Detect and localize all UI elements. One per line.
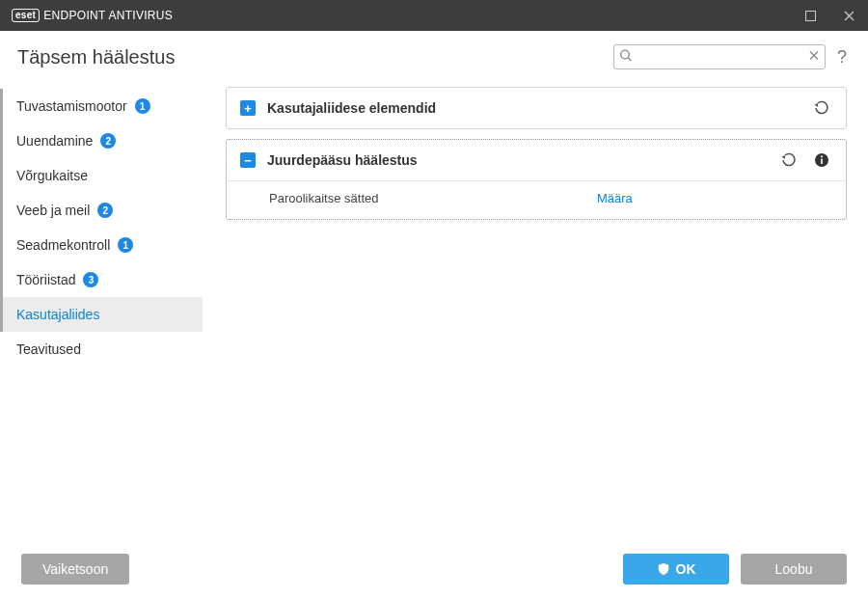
svg-point-1 [621, 50, 630, 59]
svg-rect-0 [805, 11, 815, 20]
sidebar-item-label: Tööriistad [16, 272, 75, 287]
reset-button[interactable] [778, 150, 800, 171]
panel-ui-elements: + Kasutajaliidese elemendid [226, 87, 847, 129]
search-wrap [613, 44, 826, 69]
header: Täpsem häälestus ? [0, 31, 868, 83]
square-icon [805, 11, 816, 21]
ok-button[interactable]: OK [623, 554, 729, 584]
info-icon [814, 152, 829, 168]
body: Tuvastamismootor 1 Uuendamine 2 Võrgukai… [0, 83, 868, 542]
info-button[interactable] [811, 150, 832, 171]
setting-label: Paroolikaitse sätted [269, 191, 597, 205]
sidebar-item-detection-engine[interactable]: Tuvastamismootor 1 [0, 89, 203, 123]
brand: eset ENDPOINT ANTIVIRUS [12, 9, 173, 22]
undo-icon [781, 152, 797, 168]
setting-row-password-protection: Paroolikaitse sätted Määra [269, 191, 832, 205]
svg-rect-3 [821, 159, 823, 165]
panel-body: Paroolikaitse sätted Määra [227, 180, 846, 219]
x-icon [808, 50, 820, 62]
sidebar-item-label: Teavitused [16, 341, 81, 357]
window-controls [791, 0, 868, 31]
sidebar-item-device-control[interactable]: Seadmekontroll 1 [0, 228, 203, 262]
sidebar-item-label: Veeb ja meil [16, 203, 90, 218]
product-name: ENDPOINT ANTIVIRUS [43, 9, 173, 22]
close-icon [844, 11, 854, 21]
footer: Vaiketsoon OK Loobu [0, 542, 868, 596]
badge: 1 [118, 237, 133, 253]
sidebar-item-web-email[interactable]: Veeb ja meil 2 [0, 193, 203, 228]
sidebar-item-label: Tuvastamismootor [16, 98, 127, 114]
undo-icon [814, 100, 829, 116]
close-button[interactable] [829, 0, 868, 31]
expand-icon: + [240, 100, 256, 116]
eset-logo: eset [12, 9, 40, 22]
sidebar: Tuvastamismootor 1 Uuendamine 2 Võrgukai… [0, 83, 203, 542]
panel-title: Kasutajaliidese elemendid [267, 100, 436, 116]
badge: 2 [100, 133, 116, 149]
content: + Kasutajaliidese elemendid − Juurdepääs… [203, 83, 868, 542]
titlebar: eset ENDPOINT ANTIVIRUS [0, 0, 868, 31]
reset-button[interactable] [811, 97, 832, 119]
badge: 2 [97, 203, 113, 218]
sidebar-item-label: Uuendamine [16, 133, 93, 149]
cancel-button[interactable]: Loobu [741, 554, 847, 584]
badge: 1 [135, 98, 150, 114]
collapse-icon: − [240, 152, 256, 168]
help-button[interactable]: ? [837, 47, 847, 68]
search-icon [619, 49, 633, 66]
svg-point-4 [821, 155, 823, 157]
panel-header[interactable]: + Kasutajaliidese elemendid [227, 88, 846, 128]
default-button[interactable]: Vaiketsoon [21, 554, 129, 584]
sidebar-item-network-protection[interactable]: Võrgukaitse [0, 158, 203, 193]
panel-title: Juurdepääsu häälestus [267, 152, 418, 168]
maximize-button[interactable] [791, 0, 829, 31]
badge: 3 [83, 272, 98, 287]
page-title: Täpsem häälestus [17, 46, 175, 68]
sidebar-item-tools[interactable]: Tööriistad 3 [0, 262, 203, 297]
setting-action-link[interactable]: Määra [597, 191, 633, 205]
shield-icon [657, 562, 670, 576]
sidebar-item-label: Võrgukaitse [16, 168, 88, 183]
ok-label: OK [676, 561, 696, 577]
sidebar-item-user-interface[interactable]: Kasutajaliides [0, 297, 203, 332]
clear-search-button[interactable] [808, 50, 820, 65]
sidebar-item-label: Seadmekontroll [16, 237, 110, 253]
sidebar-item-label: Kasutajaliides [16, 307, 99, 322]
sidebar-item-notifications[interactable]: Teavitused [0, 332, 203, 367]
panel-access-setup: − Juurdepääsu häälestus Paroolikaitse sä… [226, 139, 847, 220]
panel-header[interactable]: − Juurdepääsu häälestus [227, 140, 846, 180]
sidebar-item-update[interactable]: Uuendamine 2 [0, 123, 203, 158]
search-input[interactable] [613, 44, 826, 69]
